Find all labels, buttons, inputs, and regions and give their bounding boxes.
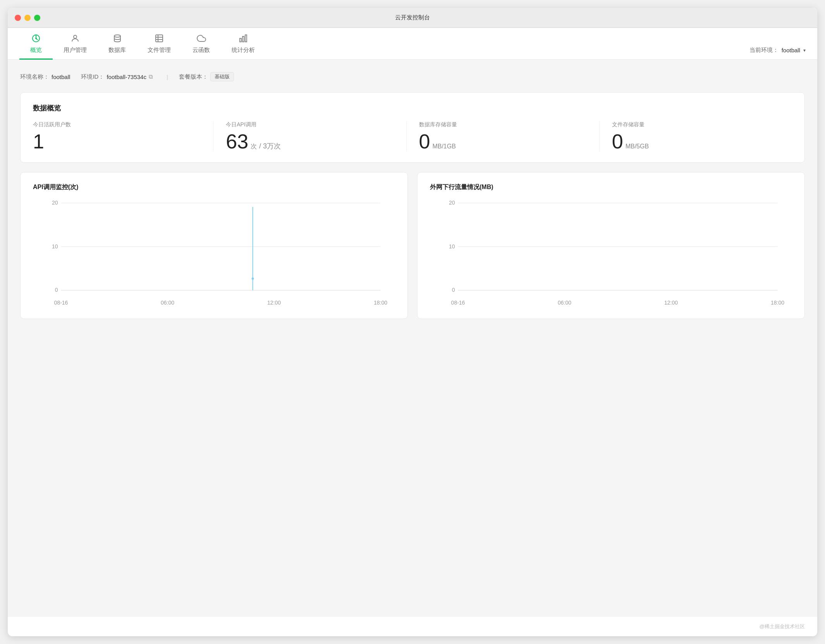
env-selector[interactable]: 当前环境： football ▾ [749, 46, 806, 59]
env-selector-label: 当前环境： [749, 46, 779, 54]
separator: | [167, 74, 168, 80]
chart-title-api-chart: API调用监控(次) [33, 183, 395, 191]
stat-label-2: 数据库存储容量 [419, 121, 587, 128]
stat-unit-1: 次 [251, 143, 257, 150]
chart-card-traffic-chart: 外网下行流量情况(MB)0102008-1606:0012:0018:00 [417, 172, 805, 319]
svg-rect-3 [156, 35, 163, 42]
svg-point-22 [252, 277, 254, 280]
svg-text:0: 0 [452, 287, 455, 293]
svg-text:06:00: 06:00 [161, 300, 174, 306]
chevron-down-icon: ▾ [803, 48, 806, 53]
stat-value-0: 1 [33, 131, 201, 152]
env-id-label: 环境ID： [81, 73, 104, 81]
nav-tab-label-cloud-functions: 云函数 [192, 46, 210, 54]
chart-area-api-chart: 0102008-1606:0012:0018:00 [33, 199, 395, 308]
chart-svg-traffic-chart: 0102008-1606:0012:0018:00 [430, 199, 792, 308]
svg-point-0 [35, 38, 37, 39]
nav-tab-database[interactable]: 数据库 [98, 28, 137, 60]
stats-icon [239, 34, 248, 45]
env-name-value: football [52, 74, 70, 80]
chart-svg-api-chart: 0102008-1606:0012:0018:00 [33, 199, 395, 308]
env-name-item: 环境名称： football [20, 73, 70, 81]
svg-point-2 [114, 35, 120, 37]
stat-number-0: 1 [33, 131, 44, 152]
nav-tab-label-user-management: 用户管理 [64, 46, 87, 54]
stat-value-2: 0MB/1GB [419, 131, 587, 152]
footer: @稀土掘金技术社区 [8, 617, 817, 636]
env-selector-value: football [782, 47, 800, 53]
chart-card-api-chart: API调用监控(次)0102008-1606:0012:0018:00 [20, 172, 408, 319]
nav-tab-file-management[interactable]: 文件管理 [137, 28, 182, 60]
title-bar: 云开发控制台 [8, 8, 817, 28]
file-management-icon [155, 34, 164, 45]
svg-text:08-16: 08-16 [54, 300, 68, 306]
cloud-functions-icon [197, 34, 206, 45]
plan-badge: 基础版 [210, 72, 234, 81]
stat-number-1: 63 [226, 131, 248, 152]
charts-row: API调用监控(次)0102008-1606:0012:0018:00外网下行流… [20, 172, 805, 319]
stat-label-1: 今日API调用 [226, 121, 394, 128]
stat-label-3: 文件存储容量 [612, 121, 780, 128]
window-title: 云开发控制台 [395, 14, 430, 21]
svg-text:08-16: 08-16 [451, 300, 465, 306]
stat-sub-1: / 3万次 [259, 143, 281, 150]
svg-text:18:00: 18:00 [374, 300, 387, 306]
stat-item-2: 数据库存储容量0MB/1GB [406, 121, 599, 152]
overview-icon [31, 34, 41, 45]
svg-rect-7 [240, 38, 241, 42]
footer-text: @稀土掘金技术社区 [760, 623, 805, 629]
svg-text:12:00: 12:00 [664, 300, 678, 306]
svg-point-1 [74, 35, 77, 38]
nav-tabs: 概览用户管理数据库文件管理云函数统计分析 [19, 28, 749, 59]
traffic-lights [15, 15, 40, 21]
svg-text:18:00: 18:00 [771, 300, 784, 306]
maximize-button[interactable] [34, 15, 40, 21]
stat-value-3: 0MB/5GB [612, 131, 780, 152]
nav-tab-stats[interactable]: 统计分析 [221, 28, 266, 60]
stat-value-1: 63次/ 3万次 [226, 131, 394, 152]
data-overview-card: 数据概览 今日活跃用户数1今日API调用63次/ 3万次数据库存储容量0MB/1… [20, 92, 805, 163]
nav-tab-label-stats: 统计分析 [232, 46, 255, 54]
chart-title-traffic-chart: 外网下行流量情况(MB) [430, 183, 792, 191]
env-name-label: 环境名称： [20, 73, 49, 81]
stat-number-3: 0 [612, 131, 623, 152]
svg-text:0: 0 [55, 287, 58, 293]
nav-tab-label-file-management: 文件管理 [148, 46, 171, 54]
stat-unit-3: MB/5GB [626, 143, 649, 150]
env-id-item: 环境ID： football-73534c ⧉ [81, 73, 156, 81]
stat-item-1: 今日API调用63次/ 3万次 [213, 121, 406, 152]
stat-item-0: 今日活跃用户数1 [33, 121, 213, 152]
env-plan-item: 套餐版本： 基础版 [179, 72, 234, 81]
main-window: 云开发控制台 概览用户管理数据库文件管理云函数统计分析 当前环境： footba… [8, 8, 817, 636]
stat-label-0: 今日活跃用户数 [33, 121, 201, 128]
stat-number-2: 0 [419, 131, 430, 152]
env-id-value: football-73534c [107, 74, 146, 80]
overview-title: 数据概览 [33, 103, 792, 113]
close-button[interactable] [15, 15, 21, 21]
nav-tab-overview[interactable]: 概览 [19, 28, 53, 60]
content-area: 环境名称： football 环境ID： football-73534c ⧉ |… [8, 60, 817, 617]
database-icon [113, 34, 122, 45]
nav-tab-label-overview: 概览 [30, 46, 42, 54]
svg-text:10: 10 [449, 243, 455, 250]
nav-tab-user-management[interactable]: 用户管理 [53, 28, 98, 60]
svg-rect-8 [242, 36, 244, 42]
svg-rect-9 [245, 35, 247, 42]
stat-item-3: 文件存储容量0MB/5GB [599, 121, 792, 152]
svg-text:06:00: 06:00 [558, 300, 571, 306]
user-management-icon [70, 34, 80, 45]
chart-area-traffic-chart: 0102008-1606:0012:0018:00 [430, 199, 792, 308]
stats-row: 今日活跃用户数1今日API调用63次/ 3万次数据库存储容量0MB/1GB文件存… [33, 121, 792, 152]
copy-icon[interactable]: ⧉ [149, 73, 156, 80]
svg-text:20: 20 [449, 200, 455, 206]
svg-text:20: 20 [52, 200, 58, 206]
svg-text:10: 10 [52, 243, 58, 250]
env-info-bar: 环境名称： football 环境ID： football-73534c ⧉ |… [20, 71, 805, 83]
env-plan-label: 套餐版本： [179, 73, 208, 81]
nav-bar: 概览用户管理数据库文件管理云函数统计分析 当前环境： football ▾ [8, 28, 817, 60]
nav-tab-label-database: 数据库 [108, 46, 126, 54]
svg-text:12:00: 12:00 [267, 300, 281, 306]
stat-unit-2: MB/1GB [432, 143, 455, 150]
nav-tab-cloud-functions[interactable]: 云函数 [182, 28, 221, 60]
minimize-button[interactable] [24, 15, 31, 21]
